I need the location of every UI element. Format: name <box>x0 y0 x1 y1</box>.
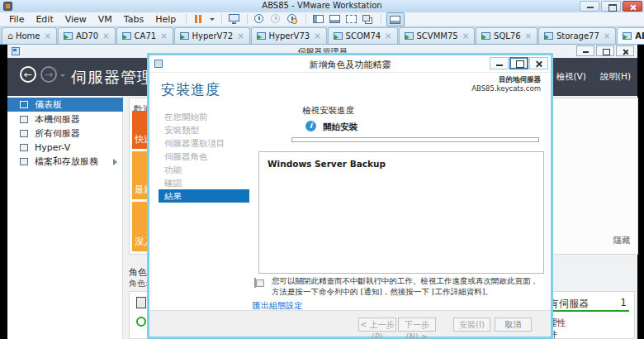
sidebar-item-label: Hyper-V <box>35 142 70 153</box>
vm-console-screen[interactable]: 伺服器管理員 ← → 伺服器管理員 管理(M) 工具(T) 檢視(V) 說明(H… <box>0 45 644 339</box>
console-view-button[interactable] <box>386 12 405 26</box>
sidebar-item-dashboard[interactable]: 儀表板 <box>7 98 123 112</box>
step-results[interactable]: 結果 <box>159 189 249 203</box>
tab-home[interactable]: ⌂Home× <box>2 27 57 44</box>
close-button[interactable] <box>529 57 548 69</box>
maximize-button[interactable] <box>509 57 528 69</box>
unity-mode-button[interactable] <box>361 13 376 25</box>
tab-hyperv72[interactable]: HyperV72× <box>174 27 250 44</box>
vmware-titlebar: ABS85 - VMware Workstation <box>0 0 644 12</box>
revert-snapshot-icon <box>271 14 280 23</box>
take-snapshot-button[interactable] <box>253 13 268 25</box>
step-server-roles[interactable]: 伺服器角色 <box>159 150 249 163</box>
console-view-icon <box>390 16 400 24</box>
toolbar-separator <box>247 14 248 24</box>
close-icon[interactable]: × <box>237 32 244 41</box>
tab-sql76[interactable]: SQL76× <box>476 27 537 44</box>
menu-help[interactable]: Help <box>149 14 182 25</box>
sidebar-item-hyper-v[interactable]: Hyper-V <box>7 141 123 155</box>
expand-arrow-icon[interactable] <box>113 159 121 165</box>
wizard-page-title: 安裝進度 <box>161 80 220 99</box>
server-manager-window: 伺服器管理員 ← → 伺服器管理員 管理(M) 工具(T) 檢視(V) 說明(H… <box>7 45 637 339</box>
notification-flag-icon <box>253 278 263 288</box>
minimize-button[interactable] <box>580 1 599 12</box>
wizard-notice-text: 您可以關閉此精靈而不中斷執行中的工作。檢視工作進度或再次開啟此頁面，方法是按一下… <box>272 276 540 297</box>
power-options-dropdown[interactable] <box>208 13 216 25</box>
back-button[interactable]: ← <box>20 66 36 83</box>
sidebar-item-label: 儀表板 <box>35 99 62 110</box>
tab-label: HyperV73 <box>269 31 310 41</box>
tab-label: AD70 <box>76 31 98 41</box>
close-icon[interactable]: × <box>160 32 167 41</box>
server-count: 1 <box>620 297 627 308</box>
vm-icon <box>481 32 490 40</box>
step-before-you-begin[interactable]: 在您開始前 <box>159 110 249 123</box>
show-thumbnail-bar-button[interactable] <box>328 13 343 25</box>
pause-icon <box>195 15 197 23</box>
send-ctrl-alt-del-button[interactable] <box>227 13 242 25</box>
tab-label: ABS85 <box>635 31 644 41</box>
pause-vm-button[interactable] <box>192 13 206 25</box>
next-button[interactable]: 下一步(N) > <box>398 318 436 332</box>
minimize-button[interactable] <box>490 57 509 69</box>
menu-vm[interactable]: VM <box>92 14 118 25</box>
destination-server-block: 目的地伺服器 ABS85.keycats.com <box>471 75 541 93</box>
menu-edit[interactable]: Edit <box>30 14 59 25</box>
wizard-footer: < 上一步(P) 下一步(N) > 安裝(I) 取消 <box>149 310 551 337</box>
close-icon[interactable]: × <box>604 32 610 41</box>
view-menu[interactable]: 檢視(V) <box>556 71 586 83</box>
feature-list-box[interactable]: Windows Server Backup <box>258 151 544 274</box>
step-installation-type[interactable]: 安裝類型 <box>159 123 249 136</box>
tab-label: CA71 <box>135 31 157 41</box>
cancel-button[interactable]: 取消 <box>495 318 532 332</box>
sidebar-item-all-servers[interactable]: 所有伺服器 <box>7 127 123 141</box>
minimize-button[interactable] <box>576 45 594 56</box>
vm-icon <box>623 32 632 40</box>
forward-button[interactable]: → <box>40 66 57 83</box>
install-button[interactable]: 安裝(I) <box>453 318 490 332</box>
snapshot-icon <box>254 14 263 23</box>
show-library-button[interactable] <box>311 13 326 25</box>
tab-storage77[interactable]: Storage77× <box>538 27 616 44</box>
hide-welcome-link[interactable]: 隱藏 <box>613 235 630 246</box>
step-server-selection[interactable]: 伺服器選取項目 <box>159 136 249 150</box>
thumbnail-bar-icon <box>329 15 340 23</box>
vm-icon <box>257 32 266 40</box>
close-icon[interactable]: × <box>102 32 109 41</box>
menu-view[interactable]: View <box>59 14 92 25</box>
vmware-menubar: File Edit View VM Tabs Help <box>0 12 644 26</box>
close-icon[interactable]: × <box>314 32 320 41</box>
tab-ca71[interactable]: CA71× <box>116 27 173 44</box>
close-icon[interactable]: × <box>525 32 532 41</box>
dashboard-icon <box>20 101 28 108</box>
close-icon[interactable]: × <box>385 32 391 41</box>
maximize-button[interactable] <box>601 1 621 12</box>
close-icon[interactable]: × <box>462 32 469 41</box>
step-confirmation[interactable]: 確認 <box>159 176 249 189</box>
maximize-button[interactable] <box>596 45 614 56</box>
fullscreen-button[interactable] <box>344 13 359 25</box>
status-ok-icon <box>136 317 146 327</box>
install-progress-bar <box>291 137 539 142</box>
tab-scvmm75[interactable]: SCVMM75× <box>399 27 476 44</box>
close-icon[interactable]: × <box>45 32 51 41</box>
menu-file[interactable]: File <box>3 14 30 25</box>
close-button[interactable] <box>616 45 634 56</box>
chevron-down-icon[interactable] <box>60 74 65 79</box>
menu-tabs[interactable]: Tabs <box>118 14 149 25</box>
sidebar-item-file-storage[interactable]: 檔案和存放服務 <box>7 155 123 169</box>
previous-button[interactable]: < 上一步(P) <box>358 318 396 332</box>
revert-snapshot-button[interactable] <box>269 13 284 25</box>
destination-label: 目的地伺服器 <box>471 75 541 84</box>
tab-scom74[interactable]: SCOM74× <box>328 27 398 44</box>
snapshot-manager-button[interactable] <box>286 13 301 25</box>
tab-abs85[interactable]: ABS85× <box>617 27 644 44</box>
help-menu[interactable]: 說明(H) <box>600 71 631 83</box>
tab-label: Home <box>16 31 40 41</box>
close-button[interactable] <box>623 1 642 12</box>
role-icon <box>136 297 146 308</box>
tab-ad70[interactable]: AD70× <box>58 27 116 44</box>
step-features[interactable]: 功能 <box>159 163 249 176</box>
tab-hyperv73[interactable]: HyperV73× <box>251 27 327 44</box>
sidebar-item-local-server[interactable]: 本機伺服器 <box>7 112 123 127</box>
